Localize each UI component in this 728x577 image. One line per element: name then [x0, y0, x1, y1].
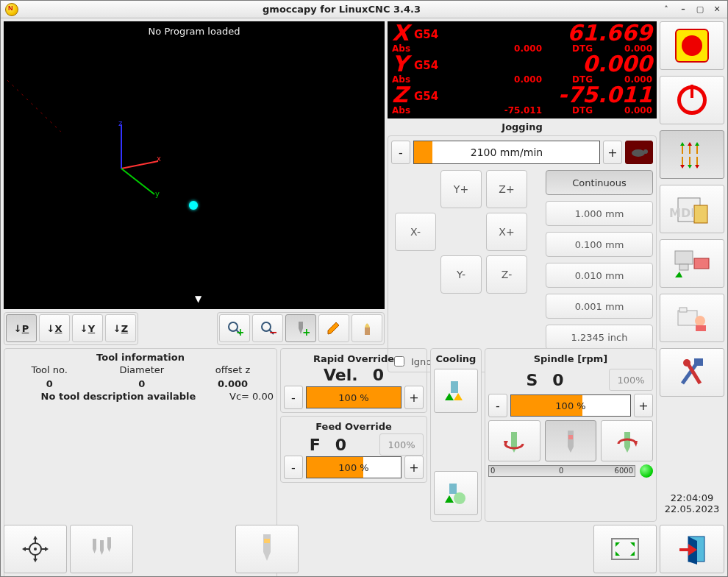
clear-button[interactable] [351, 314, 382, 342]
show-tool-button[interactable]: + [285, 314, 316, 342]
power-button[interactable] [660, 76, 724, 124]
auto-mode-button[interactable] [660, 239, 724, 288]
coolant-mist-button[interactable] [434, 471, 478, 515]
svg-marker-49 [107, 548, 111, 552]
svg-marker-68 [680, 165, 685, 169]
svg-rect-72 [675, 251, 693, 264]
svg-rect-16 [365, 328, 370, 335]
tool-number: 0 [7, 377, 91, 391]
mdi-mode-button[interactable]: MDI [660, 185, 724, 233]
maximize-button[interactable]: ▢ [694, 4, 706, 15]
svg-marker-65 [695, 142, 699, 146]
spindle-override-bar[interactable]: 100 % [510, 394, 631, 417]
svg-rect-53 [612, 539, 638, 559]
minimize-button[interactable]: – [677, 4, 689, 15]
coolant-flood-button[interactable] [434, 369, 478, 413]
tool-cursor: ▼ [195, 294, 201, 304]
svg-text:−: − [269, 326, 276, 337]
settings-button[interactable] [660, 348, 724, 397]
jog-step-1mm[interactable]: 1.000 mm [546, 201, 653, 226]
rapid-minus[interactable]: - [284, 386, 303, 409]
feed-override-panel: Feed Override F0 100% - 100 % + [280, 416, 427, 483]
svg-marker-54 [615, 542, 620, 547]
dro-panel: XG5461.669 Abs0.000DTG0.000 YG540.000 Ab… [388, 21, 657, 118]
spindle-plus[interactable]: + [634, 394, 653, 417]
jog-speed-plus[interactable]: + [603, 141, 622, 164]
jog-speed-value: 2100 mm/min [414, 146, 599, 158]
svg-marker-57 [630, 551, 635, 556]
svg-marker-56 [615, 551, 620, 556]
feed-override-bar[interactable]: 100 % [306, 456, 402, 478]
svg-marker-45 [93, 549, 96, 553]
dro-z-axis: Z [392, 85, 413, 105]
spindle-stop-button[interactable] [545, 420, 597, 461]
tool-offset-z: 0.000 [192, 377, 274, 391]
jog-z-minus[interactable]: Z- [486, 255, 527, 294]
exit-button[interactable] [660, 525, 724, 573]
spindle-speed: 0 [552, 371, 563, 389]
rapid-override-bar[interactable]: 100 % [306, 386, 402, 408]
jog-speed-bar[interactable]: 2100 mm/min [413, 141, 600, 164]
edit-button[interactable] [318, 314, 349, 342]
spindle-minus[interactable]: - [488, 394, 507, 417]
svg-rect-71 [694, 205, 707, 223]
window-title: gmoccapy for LinuxCNC 3.4.3 [23, 4, 660, 15]
close-button[interactable]: ✕ [711, 4, 723, 15]
tool-description: No tool description available [7, 391, 229, 402]
jog-z-plus[interactable]: Z+ [486, 170, 527, 208]
svg-marker-24 [445, 495, 454, 503]
jogging-title: Jogging [388, 121, 657, 132]
fullscreen-button[interactable] [593, 525, 657, 573]
jogging-panel: - 2100 mm/min + [388, 135, 657, 372]
manual-mode-button[interactable] [660, 130, 724, 179]
jog-step-0-01mm[interactable]: 0.010 mm [546, 263, 653, 288]
jog-step-inch[interactable]: 1.2345 inch [546, 325, 653, 350]
spindle-at-speed-led [640, 464, 653, 478]
zoom-in-button[interactable]: + [219, 314, 250, 342]
toolchange-button[interactable] [235, 525, 299, 573]
feed-plus[interactable]: + [404, 456, 424, 479]
jog-step-0-001mm[interactable]: 0.001 mm [546, 294, 653, 319]
view-x-button[interactable]: ↓X [39, 314, 70, 342]
jog-y-plus[interactable]: Y+ [440, 170, 482, 208]
svg-text:+: + [236, 326, 243, 337]
spindle-cw-button[interactable] [601, 420, 653, 461]
app-icon [5, 3, 18, 16]
spindle-scale: 0 0 6000 [488, 465, 635, 477]
touchoff-button[interactable] [4, 525, 67, 573]
app-window: gmoccapy for LinuxCNC 3.4.3 ˄ – ▢ ✕ No P… [0, 0, 728, 577]
origin-marker [189, 201, 198, 210]
dro-x-axis: X [392, 23, 413, 43]
jog-x-minus[interactable]: X- [395, 213, 436, 251]
estop-icon [675, 29, 709, 63]
svg-rect-46 [100, 540, 104, 551]
user-tab-button[interactable] [660, 294, 724, 342]
rapid-plus[interactable]: + [404, 386, 424, 409]
rollup-button[interactable]: ˄ [660, 4, 672, 15]
window-controls: ˄ – ▢ ✕ [660, 4, 723, 15]
svg-rect-74 [694, 258, 709, 269]
svg-line-4 [121, 169, 154, 194]
zoom-out-button[interactable]: − [252, 314, 283, 342]
jog-speed-minus[interactable]: - [391, 141, 410, 164]
feed-minus[interactable]: - [284, 456, 303, 479]
cooling-panel: Cooling [430, 348, 482, 522]
svg-rect-22 [449, 484, 457, 494]
jog-step-continuous[interactable]: Continuous [546, 170, 653, 195]
estop-button[interactable] [660, 21, 724, 70]
svg-marker-41 [33, 559, 38, 562]
tool-vc: Vc= 0.00 [229, 391, 274, 402]
toolpath-preview[interactable]: No Program loaded x z [4, 21, 385, 309]
spindle-display: 100% [609, 369, 653, 391]
view-z-button[interactable]: ↓Z [105, 314, 136, 342]
jog-x-plus[interactable]: X+ [486, 213, 527, 251]
tool-table-button[interactable] [70, 525, 133, 573]
svg-text:y: y [155, 190, 160, 198]
turtle-mode-button[interactable] [625, 141, 653, 164]
spindle-ccw-button[interactable] [488, 420, 540, 461]
svg-marker-64 [680, 142, 685, 146]
view-p-button[interactable]: ↓P [6, 314, 37, 342]
view-y-button[interactable]: ↓Y [72, 314, 103, 342]
jog-step-0-1mm[interactable]: 0.100 mm [546, 232, 653, 257]
jog-y-minus[interactable]: Y- [440, 255, 482, 294]
